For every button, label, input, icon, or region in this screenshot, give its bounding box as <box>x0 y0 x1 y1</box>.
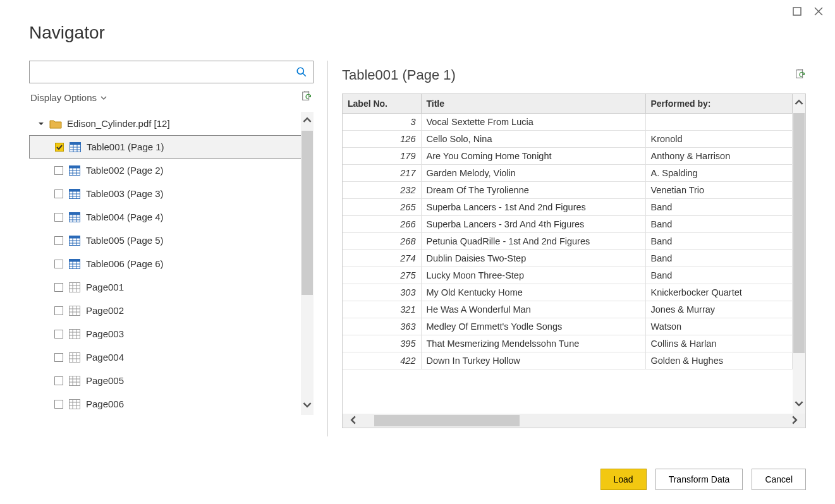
cell-title: Lucky Moon Three-Step <box>421 267 645 284</box>
tree-item[interactable]: Table002 (Page 2) <box>29 159 314 182</box>
tree-item[interactable]: Page002 <box>29 299 314 322</box>
checkbox[interactable] <box>54 400 63 409</box>
search-icon[interactable] <box>290 66 313 78</box>
cell-title: Are You Coming Home Tonight <box>421 148 645 165</box>
tree-item-label: Table005 (Page 5) <box>86 235 164 246</box>
checkbox[interactable] <box>55 143 64 152</box>
cell-performed-by: Band <box>645 233 793 250</box>
checkbox[interactable] <box>54 189 63 198</box>
preview-table: Label No.TitlePerformed by: 3Vocal Sexte… <box>343 94 793 369</box>
tree-item[interactable]: Table005 (Page 5) <box>29 229 314 252</box>
tree-item[interactable]: Table004 (Page 4) <box>29 205 314 229</box>
checkbox[interactable] <box>54 376 63 385</box>
table-row[interactable]: 265Superba Lancers - 1st And 2nd Figures… <box>343 199 793 216</box>
column-header[interactable]: Label No. <box>343 94 421 114</box>
table-icon <box>68 165 81 176</box>
tree-item[interactable]: Table006 (Page 6) <box>29 252 314 275</box>
table-row[interactable]: 363Medley Of Emmett's Yodle SongsWatson <box>343 318 793 335</box>
tree-item[interactable]: Page001 <box>29 275 314 299</box>
cell-performed-by: Venetian Trio <box>645 182 793 199</box>
cell-performed-by <box>645 114 793 131</box>
preview-refresh-icon[interactable] <box>795 69 806 82</box>
cell-performed-by: Anthony & Harrison <box>645 148 793 165</box>
tree-item-label: Page001 <box>86 282 124 292</box>
cell-performed-by: A. Spalding <box>645 165 793 182</box>
table-row[interactable]: 217Garden Melody, ViolinA. Spalding <box>343 165 793 182</box>
table-row[interactable]: 395That Mesmerizing Mendelssohn TuneColl… <box>343 335 793 352</box>
svg-rect-64 <box>70 399 80 409</box>
column-header[interactable]: Performed by: <box>645 94 793 114</box>
scroll-down-icon[interactable] <box>303 397 312 415</box>
cell-title: Superba Lancers - 1st And 2nd Figures <box>421 199 645 216</box>
table-row[interactable]: 275Lucky Moon Three-StepBand <box>343 267 793 284</box>
scrollbar-thumb[interactable] <box>374 415 520 426</box>
column-header[interactable]: Title <box>421 94 645 114</box>
close-icon[interactable] <box>814 6 824 18</box>
transform-data-button[interactable]: Transform Data <box>655 469 743 490</box>
cell-title: Down In Turkey Hollow <box>421 352 645 369</box>
table-row[interactable]: 179Are You Coming Home TonightAnthony & … <box>343 148 793 165</box>
table-row[interactable]: 266Superba Lancers - 3rd And 4th Figures… <box>343 216 793 233</box>
cell-title: Petunia QuadRille - 1st And 2nd Figures <box>421 233 645 250</box>
cell-performed-by: Watson <box>645 318 793 335</box>
svg-rect-10 <box>70 165 80 168</box>
table-row[interactable]: 232Dream Of The TyrolienneVenetian Trio <box>343 182 793 199</box>
maximize-icon[interactable] <box>792 6 802 18</box>
svg-rect-4 <box>70 142 81 145</box>
cell-title: Garden Melody, Violin <box>421 165 645 182</box>
table-row[interactable]: 303My Old Kentucky HomeKnickerbocker Qua… <box>343 284 793 301</box>
cell-performed-by: Band <box>645 216 793 233</box>
tree-item[interactable]: Table003 (Page 3) <box>29 182 314 205</box>
cell-title: Cello Solo, Nina <box>421 131 645 148</box>
table-row[interactable]: 274Dublin Daisies Two-StepBand <box>343 250 793 267</box>
checkbox[interactable] <box>54 166 63 175</box>
scrollbar-thumb[interactable] <box>302 131 313 295</box>
checkbox[interactable] <box>54 260 63 268</box>
cancel-button[interactable]: Cancel <box>752 469 806 490</box>
table-icon <box>69 142 82 152</box>
table-icon <box>68 236 81 246</box>
checkbox[interactable] <box>54 306 63 315</box>
page-icon <box>68 376 81 386</box>
tree-item[interactable]: Page004 <box>29 345 314 369</box>
table-row[interactable]: 3Vocal Sextette From Lucia <box>343 114 793 131</box>
search-input[interactable] <box>30 61 290 83</box>
scroll-up-icon[interactable] <box>303 112 312 130</box>
tree-root-label: Edison_Cylinder.pdf [12] <box>67 118 170 129</box>
checkbox[interactable] <box>54 353 63 362</box>
tree-item[interactable]: Table001 (Page 1) <box>29 135 314 159</box>
tree-item[interactable]: Page006 <box>29 392 314 415</box>
display-options-dropdown[interactable]: Display Options <box>30 92 107 103</box>
page-icon <box>68 352 81 363</box>
scroll-down-icon[interactable] <box>795 395 803 414</box>
cell-label-no: 232 <box>343 182 421 199</box>
table-row[interactable]: 268Petunia QuadRille - 1st And 2nd Figur… <box>343 233 793 250</box>
tree-item[interactable]: Page003 <box>29 322 314 345</box>
load-button[interactable]: Load <box>600 469 647 490</box>
table-row[interactable]: 422Down In Turkey HollowGolden & Hughes <box>343 352 793 369</box>
table-row[interactable]: 321He Was A Wonderful ManJones & Murray <box>343 301 793 318</box>
table-row[interactable]: 126Cello Solo, NinaKronold <box>343 131 793 148</box>
tree-item[interactable]: Page005 <box>29 369 314 392</box>
checkbox[interactable] <box>54 283 63 292</box>
checkbox[interactable] <box>54 330 63 339</box>
scroll-left-icon[interactable] <box>343 414 364 428</box>
table-icon <box>68 259 81 269</box>
collapse-arrow-icon[interactable] <box>38 119 44 129</box>
page-icon <box>68 329 81 339</box>
checkbox[interactable] <box>54 236 63 245</box>
refresh-icon[interactable] <box>301 91 312 104</box>
scroll-right-icon[interactable] <box>784 414 805 428</box>
cell-label-no: 179 <box>343 148 421 165</box>
svg-rect-22 <box>70 212 80 215</box>
tree-root[interactable]: Edison_Cylinder.pdf [12] <box>29 112 314 135</box>
table-hscrollbar[interactable] <box>343 414 805 428</box>
scrollbar-thumb[interactable] <box>793 113 805 353</box>
scroll-up-icon[interactable] <box>795 94 803 112</box>
tree-scrollbar[interactable] <box>301 112 314 415</box>
cell-performed-by: Band <box>645 199 793 216</box>
cell-performed-by: Band <box>645 250 793 267</box>
cell-title: Medley Of Emmett's Yodle Songs <box>421 318 645 335</box>
checkbox[interactable] <box>54 213 63 222</box>
table-vscrollbar[interactable] <box>793 94 805 414</box>
